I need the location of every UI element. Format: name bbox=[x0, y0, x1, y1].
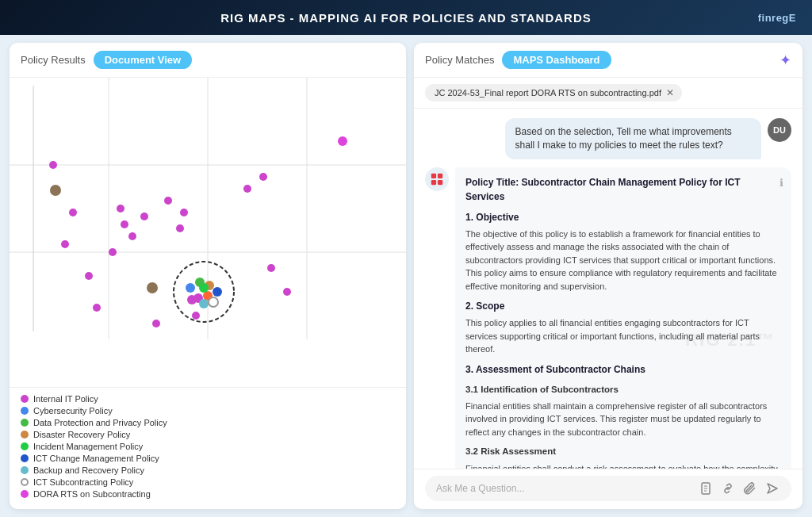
map-svg bbox=[10, 78, 406, 339]
section1-body: The objective of this policy is to estab… bbox=[465, 228, 781, 293]
legend-dot-cyber bbox=[21, 407, 29, 415]
info-icon[interactable]: ℹ bbox=[779, 175, 783, 191]
svg-point-9 bbox=[61, 240, 69, 248]
link-btn[interactable] bbox=[720, 482, 736, 495]
maps-dashboard-tab[interactable]: MAPS Dashboard bbox=[502, 51, 611, 69]
policy-matches-tab[interactable]: Policy Matches bbox=[425, 54, 494, 66]
map-area bbox=[10, 78, 406, 387]
svg-point-35 bbox=[187, 295, 197, 304]
header-title: RIG MAPS - MAPPING AI FOR POLICIES AND S… bbox=[220, 11, 591, 25]
svg-point-7 bbox=[49, 161, 57, 169]
svg-point-34 bbox=[209, 297, 218, 307]
section2-title: 2. Scope bbox=[465, 299, 781, 313]
ai-avatar bbox=[425, 167, 449, 191]
policy-results-tab[interactable]: Policy Results bbox=[21, 54, 86, 66]
file-chip-row: JC 2024-53_Final report DORA RTS on subc… bbox=[414, 78, 802, 109]
left-panel: Policy Results Document View bbox=[10, 43, 406, 509]
legend-item: Internal IT Policy bbox=[21, 394, 395, 404]
svg-point-23 bbox=[152, 320, 160, 327]
ai-message: RIG 2.1™ ℹ Policy Title: Subcontractor C… bbox=[425, 167, 791, 469]
main-content: Policy Results Document View bbox=[0, 35, 812, 517]
svg-point-6 bbox=[338, 136, 347, 146]
document-btn[interactable] bbox=[698, 482, 714, 495]
svg-point-14 bbox=[109, 248, 117, 256]
legend-label-incident: Incident Management Policy bbox=[33, 442, 143, 451]
ai-bubble: RIG 2.1™ ℹ Policy Title: Subcontractor C… bbox=[455, 167, 791, 469]
svg-point-24 bbox=[50, 185, 61, 196]
legend-label-backup: Backup and Recovery Policy bbox=[33, 465, 144, 475]
legend-dot-disaster bbox=[21, 431, 29, 438]
svg-point-32 bbox=[213, 287, 222, 297]
svg-point-13 bbox=[117, 205, 124, 213]
document-view-tab[interactable]: Document View bbox=[94, 51, 193, 69]
svg-rect-39 bbox=[431, 173, 436, 178]
legend-label-data: Data Protection and Privacy Policy bbox=[33, 418, 167, 427]
user-bubble: Based on the selection, Tell me what imp… bbox=[505, 118, 761, 159]
sparkle-icon: ✦ bbox=[779, 52, 791, 68]
legend-item: Backup and Recovery Policy bbox=[21, 465, 395, 475]
legend-label-internal: Internal IT Policy bbox=[33, 394, 98, 404]
svg-point-11 bbox=[121, 220, 128, 228]
app-container: RIG MAPS - MAPPING AI FOR POLICIES AND S… bbox=[0, 0, 812, 517]
section3-1-body: Financial entities shall maintain a comp… bbox=[465, 400, 781, 439]
legend-item: ICT Subcontracting Policy bbox=[21, 477, 395, 487]
chat-input[interactable] bbox=[436, 483, 691, 494]
section1-title: 1. Objective bbox=[465, 210, 781, 224]
svg-point-25 bbox=[147, 282, 158, 293]
svg-point-16 bbox=[164, 197, 172, 205]
file-chip: JC 2024-53_Final report DORA RTS on subc… bbox=[425, 84, 682, 101]
legend-label-ict-sub: ICT Subcontracting Policy bbox=[33, 477, 133, 487]
svg-point-15 bbox=[140, 213, 148, 220]
legend-dot-internal bbox=[21, 395, 29, 403]
svg-point-36 bbox=[199, 283, 209, 293]
legend-label-disaster: Disaster Recovery Policy bbox=[33, 430, 130, 439]
app-header: RIG MAPS - MAPPING AI FOR POLICIES AND S… bbox=[0, 0, 812, 35]
legend-dot-incident bbox=[21, 442, 29, 450]
section2-body: This policy applies to all financial ent… bbox=[465, 316, 781, 356]
svg-point-22 bbox=[192, 312, 200, 320]
svg-point-38 bbox=[283, 288, 291, 296]
section3-2-body: Financial entities shall conduct a risk … bbox=[465, 462, 781, 469]
legend-dot-data bbox=[21, 419, 29, 427]
legend-dot-ict-change bbox=[21, 454, 29, 462]
svg-point-27 bbox=[186, 283, 195, 293]
legend-item: Incident Management Policy bbox=[21, 442, 395, 451]
legend-dot-backup bbox=[21, 466, 29, 474]
section3-1-title: 3.1 Identification of Subcontractors bbox=[465, 383, 781, 396]
legend-item: Data Protection and Privacy Policy bbox=[21, 418, 395, 427]
svg-point-10 bbox=[85, 272, 93, 280]
legend-label-cyber: Cybersecurity Policy bbox=[33, 406, 113, 416]
svg-point-17 bbox=[176, 224, 184, 232]
legend-item: Disaster Recovery Policy bbox=[21, 430, 395, 439]
chat-input-wrapper bbox=[425, 476, 791, 501]
svg-point-19 bbox=[243, 185, 251, 193]
legend-item: DORA RTS on Subcontracting bbox=[21, 489, 395, 499]
svg-point-18 bbox=[180, 209, 188, 216]
file-name: JC 2024-53_Final report DORA RTS on subc… bbox=[435, 88, 661, 98]
send-btn[interactable] bbox=[764, 482, 780, 495]
svg-point-37 bbox=[267, 264, 275, 272]
svg-point-12 bbox=[128, 232, 136, 240]
legend-label-ict-change: ICT Change Management Policy bbox=[33, 454, 159, 463]
ai-response-title: Policy Title: Subcontractor Chain Manage… bbox=[465, 175, 781, 204]
legend-dot-ict-sub bbox=[21, 478, 29, 486]
section3-title: 3. Assessment of Subcontractor Chains bbox=[465, 362, 781, 377]
right-panel-header: Policy Matches MAPS Dashboard ✦ bbox=[414, 43, 802, 78]
chat-input-area bbox=[414, 469, 802, 509]
left-panel-header: Policy Results Document View bbox=[10, 43, 406, 78]
svg-point-8 bbox=[69, 209, 77, 216]
svg-rect-41 bbox=[431, 179, 436, 184]
user-message: Based on the selection, Tell me what imp… bbox=[425, 118, 791, 159]
legend-label-dora: DORA RTS on Subcontracting bbox=[33, 489, 151, 499]
svg-rect-42 bbox=[438, 179, 442, 184]
svg-point-20 bbox=[259, 173, 267, 181]
chat-area: Based on the selection, Tell me what imp… bbox=[414, 109, 802, 469]
attach-btn[interactable] bbox=[742, 482, 758, 495]
user-avatar: DU bbox=[768, 118, 791, 142]
sparkle-btn[interactable]: ✦ bbox=[779, 52, 791, 69]
svg-rect-40 bbox=[438, 173, 442, 178]
section3-2-title: 3.2 Risk Assessment bbox=[465, 445, 781, 458]
header-logo: finregE bbox=[758, 12, 796, 24]
legend-dot-dora bbox=[21, 490, 29, 498]
file-chip-close-btn[interactable]: ✕ bbox=[666, 87, 674, 98]
